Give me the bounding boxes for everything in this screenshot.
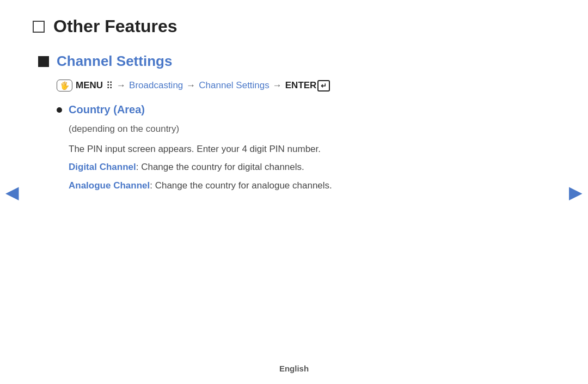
menu-hand-icon: 🖐	[60, 81, 69, 90]
nav-arrow-left[interactable]: ◀	[5, 182, 19, 203]
enter-label: ENTER↵	[285, 80, 330, 92]
bullet-item-country: Country (Area)	[57, 103, 544, 116]
analogue-channel-link[interactable]: Analogue Channel	[69, 180, 150, 191]
menu-path: 🖐 MENU ⠿ → Broadcasting → Channel Settin…	[57, 80, 544, 92]
digital-channel-link[interactable]: Digital Channel	[69, 162, 136, 172]
page-title: Other Features	[53, 16, 177, 36]
section-header: Channel Settings	[38, 53, 544, 70]
channel-settings-link[interactable]: Channel Settings	[199, 80, 269, 91]
digital-channel-desc: : Change the country for digital channel…	[136, 162, 304, 172]
menu-icon-box: 🖐	[57, 80, 72, 92]
desc-pin: The PIN input screen appears. Enter your…	[69, 142, 544, 156]
content-area: Country (Area) (depending on the country…	[57, 103, 544, 193]
bullet-title: Country (Area)	[69, 103, 145, 116]
menu-bars-label: ⠿	[106, 80, 113, 92]
section-channel-settings: Channel Settings 🖐 MENU ⠿ → Broadcasting…	[38, 53, 544, 193]
enter-icon: ↵	[317, 80, 330, 92]
desc-digital: Digital Channel: Change the country for …	[69, 160, 544, 174]
bullet-dot	[57, 107, 62, 113]
page-footer-language: English	[279, 364, 309, 373]
arrow-3: →	[273, 80, 282, 91]
menu-label: MENU	[76, 80, 103, 91]
section-title: Channel Settings	[57, 53, 172, 70]
nav-arrow-right[interactable]: ▶	[569, 182, 583, 203]
desc-muted: (depending on the country)	[69, 121, 544, 136]
sub-content: (depending on the country) The PIN input…	[69, 121, 544, 193]
desc-analogue: Analogue Channel: Change the country for…	[69, 178, 544, 193]
page-header: Other Features	[33, 11, 544, 36]
page-container: Other Features Channel Settings 🖐 MENU ⠿…	[0, 0, 588, 384]
arrow-2: →	[186, 80, 195, 91]
enter-text: ENTER	[285, 80, 317, 91]
header-checkbox-icon	[33, 21, 45, 33]
section-icon	[38, 56, 49, 67]
arrow-1: →	[117, 80, 126, 91]
analogue-channel-desc: : Change the country for analogue channe…	[150, 180, 332, 191]
broadcasting-link[interactable]: Broadcasting	[129, 80, 183, 91]
